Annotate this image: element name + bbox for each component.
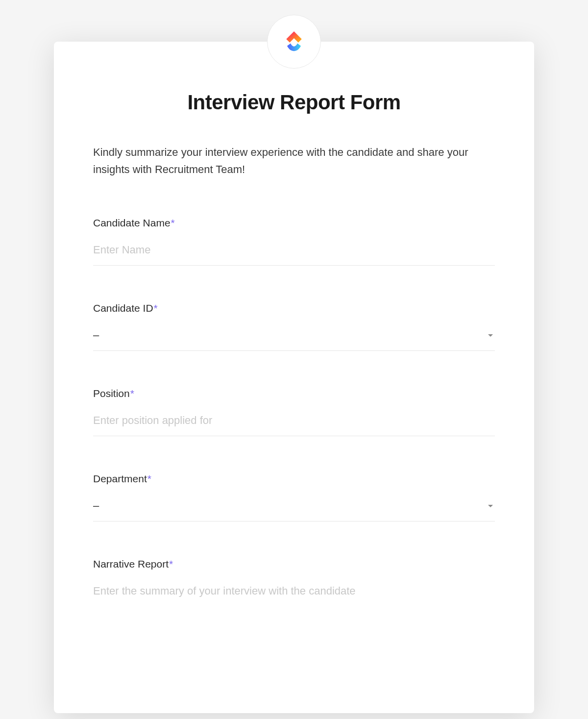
- candidate-id-select[interactable]: –: [93, 325, 495, 351]
- department-label: Department*: [93, 473, 495, 485]
- narrative-report-field: Narrative Report*: [88, 558, 500, 621]
- candidate-name-field: Candidate Name*: [88, 217, 500, 266]
- candidate-name-input[interactable]: [93, 240, 495, 266]
- position-input[interactable]: [93, 410, 495, 436]
- candidate-id-label: Candidate ID*: [93, 302, 495, 314]
- chevron-down-icon: [488, 334, 493, 337]
- candidate-id-field: Candidate ID* –: [88, 302, 500, 351]
- required-mark: *: [171, 217, 175, 228]
- department-select[interactable]: –: [93, 496, 495, 521]
- chevron-down-icon: [488, 505, 493, 507]
- department-value: –: [93, 499, 99, 512]
- form-description: Kindly summarize your interview experien…: [88, 144, 500, 178]
- required-mark: *: [130, 388, 134, 399]
- required-mark: *: [169, 558, 173, 570]
- candidate-name-label: Candidate Name*: [93, 217, 495, 229]
- position-field: Position*: [88, 388, 500, 436]
- candidate-id-value: –: [93, 329, 99, 342]
- clickup-logo-icon: [280, 28, 308, 55]
- department-field: Department* –: [88, 473, 500, 521]
- required-mark: *: [147, 473, 151, 484]
- form-title: Interview Report Form: [88, 91, 500, 114]
- narrative-report-label: Narrative Report*: [93, 558, 495, 570]
- required-mark: *: [154, 302, 158, 314]
- narrative-report-input[interactable]: [93, 581, 495, 619]
- logo-container: [267, 15, 321, 69]
- form-card: Interview Report Form Kindly summarize y…: [54, 42, 534, 713]
- position-label: Position*: [93, 388, 495, 399]
